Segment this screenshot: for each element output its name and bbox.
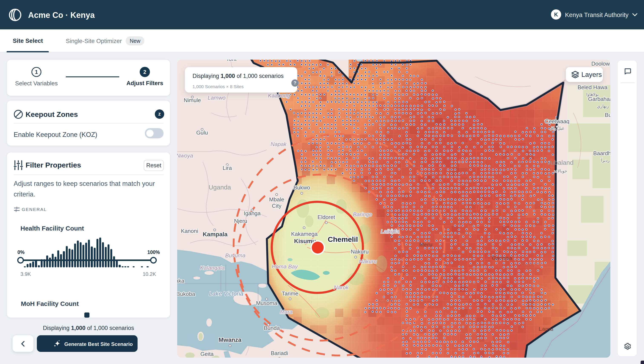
svg-text:Napak: Napak xyxy=(270,141,287,147)
svg-text:Uganda: Uganda xyxy=(209,184,231,191)
svg-text:Homa Bay: Homa Bay xyxy=(272,263,298,270)
svg-text:Bunda: Bunda xyxy=(264,325,280,331)
svg-text:Bukwo: Bukwo xyxy=(293,184,310,191)
svg-text:Mara: Mara xyxy=(280,309,292,315)
svg-text:Lira: Lira xyxy=(223,165,232,171)
svg-text:Iganga: Iganga xyxy=(244,210,261,216)
svg-text:Kalangala: Kalangala xyxy=(200,264,225,271)
svg-text:Kampala: Kampala xyxy=(203,231,228,238)
svg-text:جوبالاند: جوبالاند xyxy=(554,168,567,174)
svg-text:Bukoba: Bukoba xyxy=(177,291,195,297)
svg-text:Buvuma: Buvuma xyxy=(225,252,245,259)
svg-text:Chemelil: Chemelil xyxy=(328,235,358,243)
svg-text:Garbahaare: Garbahaare xyxy=(588,96,610,102)
svg-text:West Pokot: West Pokot xyxy=(300,164,329,171)
svg-text:Kaabong: Kaabong xyxy=(268,92,290,99)
svg-text:عيل واق: عيل واق xyxy=(550,126,564,131)
svg-text:ربهاري: ربهاري xyxy=(597,104,609,109)
svg-text:Tana River: Tana River xyxy=(485,303,512,310)
svg-text:Garissa: Garissa xyxy=(521,261,540,267)
svg-text:Eldoret: Eldoret xyxy=(318,214,335,220)
svg-text:Doolow: Doolow xyxy=(591,60,610,67)
svg-text:Baringo: Baringo xyxy=(353,211,372,218)
svg-text:Meru: Meru xyxy=(419,242,432,248)
svg-text:بولاهاوا: بولاهاوا xyxy=(586,92,599,97)
svg-text:Bu: Bu xyxy=(605,112,610,118)
svg-text:1: 1 xyxy=(35,69,38,75)
svg-text:Gulu: Gulu xyxy=(196,130,208,136)
svg-text:Nairobi: Nairobi xyxy=(378,298,396,304)
svg-text:saka: saka xyxy=(177,278,184,284)
svg-text:Mwanza: Mwanza xyxy=(219,336,242,343)
svg-text:رديرآ: رديرآ xyxy=(601,158,610,163)
svg-text:Baardhee: Baardhee xyxy=(593,150,610,156)
svg-text:Kakamega: Kakamega xyxy=(291,231,318,237)
svg-text:Narok: Narok xyxy=(334,284,349,290)
svg-text:Garissa: Garissa xyxy=(492,255,512,261)
svg-text:Tarime: Tarime xyxy=(282,290,298,297)
svg-text:Beled Hawa: Beled Hawa xyxy=(577,84,607,90)
svg-text:Nakuru: Nakuru xyxy=(359,258,377,264)
svg-text:Lamu: Lamu xyxy=(538,326,553,332)
svg-text:Kanoni: Kanoni xyxy=(181,228,198,234)
svg-text:Wajir: Wajir xyxy=(511,160,523,167)
svg-text:Njeru: Njeru xyxy=(234,218,247,224)
svg-text:Lake Victoria: Lake Victoria xyxy=(209,290,243,297)
svg-text:Musoma: Musoma xyxy=(256,300,277,306)
svg-text:Lake Turkana: Lake Turkana xyxy=(330,96,365,102)
svg-text:Jubaland: Jubaland xyxy=(547,159,573,166)
svg-text:Nakuru: Nakuru xyxy=(351,248,369,255)
svg-text:Nimule: Nimule xyxy=(184,97,201,104)
svg-text:Ceelwaaq: Ceelwaaq xyxy=(545,118,569,124)
svg-text:Torit: Torit xyxy=(226,60,237,62)
svg-text:City: City xyxy=(272,203,282,209)
svg-text:Laikipia: Laikipia xyxy=(381,228,399,234)
svg-text:Bariadi: Bariadi xyxy=(271,350,288,356)
svg-text:Nwoya: Nwoya xyxy=(177,152,193,159)
svg-text:Mbale: Mbale xyxy=(269,196,284,203)
svg-text:Geita: Geita xyxy=(200,351,214,357)
svg-text:Lamwo: Lamwo xyxy=(208,94,226,101)
